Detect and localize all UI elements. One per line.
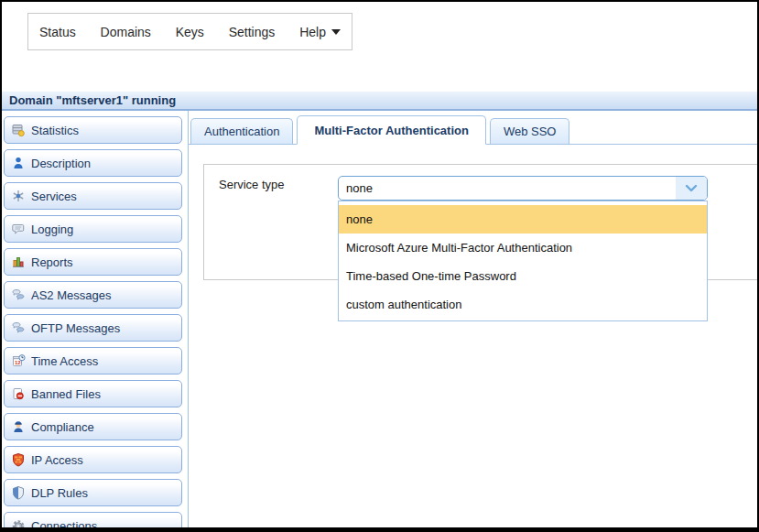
sidebar-item-label: Compliance — [31, 420, 94, 434]
sidebar-item-label: DLP Rules — [31, 486, 88, 500]
top-menubar: Status Domains Keys Settings Help — [27, 13, 352, 50]
sidebar-item-label: Time Access — [31, 354, 98, 368]
sidebar-item-label: IP Access — [31, 453, 83, 467]
sidebar-item-label: Reports — [31, 255, 73, 269]
sidebar-item-oftp-messages[interactable]: OFTP Messages — [4, 314, 182, 342]
sidebar-item-ip-access[interactable]: IP Access — [4, 446, 182, 473]
sidebar-item-services[interactable]: Services — [4, 182, 182, 210]
sidebar-item-compliance[interactable]: Compliance — [4, 413, 182, 440]
sidebar-item-dlp-rules[interactable]: DLP Rules — [4, 479, 182, 506]
menu-item-domains-label: Domains — [101, 25, 151, 39]
service-type-select[interactable]: none — [338, 176, 708, 201]
tab-authentication[interactable]: Authentication — [190, 118, 293, 144]
chevron-down-icon[interactable] — [676, 177, 707, 200]
statistics-icon — [11, 123, 26, 137]
tab-multi-factor-authentication[interactable]: Multi-Factor Authentication — [297, 115, 486, 145]
tab-label: Web SSO — [504, 125, 557, 138]
domain-status-header: Domain "mftserver1" running — [2, 92, 757, 111]
firewall-icon — [11, 452, 26, 467]
sidebar-item-connections[interactable]: Connections — [4, 512, 182, 527]
dropdown-option-custom-auth[interactable]: custom authentication — [339, 290, 707, 319]
sidebar-item-label: Statistics — [31, 124, 79, 137]
sidebar-item-reports[interactable]: Reports — [4, 248, 182, 276]
sidebar-item-description[interactable]: Description — [4, 149, 182, 177]
sidebar-item-as2-messages[interactable]: AS2 Messages — [4, 281, 182, 309]
content-area: Authentication Multi-Factor Authenticati… — [188, 111, 757, 527]
menu-item-keys[interactable]: Keys — [176, 25, 204, 39]
sidebar-item-label: Logging — [31, 223, 73, 236]
menu-item-keys-label: Keys — [176, 25, 204, 39]
sidebar-item-time-access[interactable]: 12 Time Access — [4, 347, 182, 375]
svg-text:12: 12 — [15, 360, 21, 365]
user-icon — [11, 156, 26, 170]
menu-item-domains[interactable]: Domains — [101, 25, 151, 39]
menu-item-help-label: Help — [299, 25, 326, 39]
messages-icon — [11, 320, 26, 335]
menu-item-status[interactable]: Status — [39, 25, 76, 39]
tab-web-sso[interactable]: Web SSO — [490, 118, 570, 144]
tabstrip: Authentication Multi-Factor Authenticati… — [189, 111, 757, 145]
messages-icon — [11, 288, 26, 302]
service-type-selected-value: none — [346, 181, 373, 195]
officer-icon — [11, 419, 26, 434]
calendar-clock-icon: 12 — [11, 353, 26, 368]
dropdown-option-azure-mfa[interactable]: Microsoft Azure Multi-Factor Authenticat… — [339, 233, 707, 262]
sidebar-item-banned-files[interactable]: Banned Files — [4, 380, 182, 407]
tab-label: Authentication — [204, 125, 279, 138]
service-type-dropdown-list: none Microsoft Azure Multi-Factor Authen… — [338, 201, 708, 321]
dropdown-option-none[interactable]: none — [339, 205, 707, 233]
bar-chart-icon — [11, 255, 26, 269]
shield-icon — [11, 485, 26, 500]
sidebar: Statistics Description Services Logging — [2, 111, 188, 527]
menu-item-settings-label: Settings — [229, 25, 276, 39]
sidebar-item-label: Services — [31, 190, 77, 203]
dropdown-option-totp[interactable]: Time-based One-time Password — [339, 262, 707, 290]
caret-down-icon — [331, 29, 341, 35]
speech-bubble-icon — [11, 222, 26, 236]
menu-item-settings[interactable]: Settings — [229, 25, 276, 39]
app-window: Status Domains Keys Settings Help Domain… — [0, 0, 759, 532]
gear-icon — [11, 518, 26, 527]
banned-file-icon — [11, 386, 26, 401]
sidebar-item-label: Description — [31, 157, 91, 170]
sidebar-item-label: OFTP Messages — [31, 321, 120, 335]
sidebar-item-label: AS2 Messages — [31, 288, 111, 302]
sidebar-item-label: Connections — [31, 519, 97, 528]
sidebar-item-logging[interactable]: Logging — [4, 215, 182, 243]
services-hub-icon — [11, 189, 26, 203]
menu-item-status-label: Status — [39, 25, 76, 39]
sidebar-item-statistics[interactable]: Statistics — [4, 116, 182, 144]
sidebar-item-label: Banned Files — [31, 387, 101, 401]
service-type-label: Service type — [219, 178, 285, 191]
menu-item-help[interactable]: Help — [299, 25, 341, 39]
tab-label: Multi-Factor Authentication — [314, 124, 469, 137]
